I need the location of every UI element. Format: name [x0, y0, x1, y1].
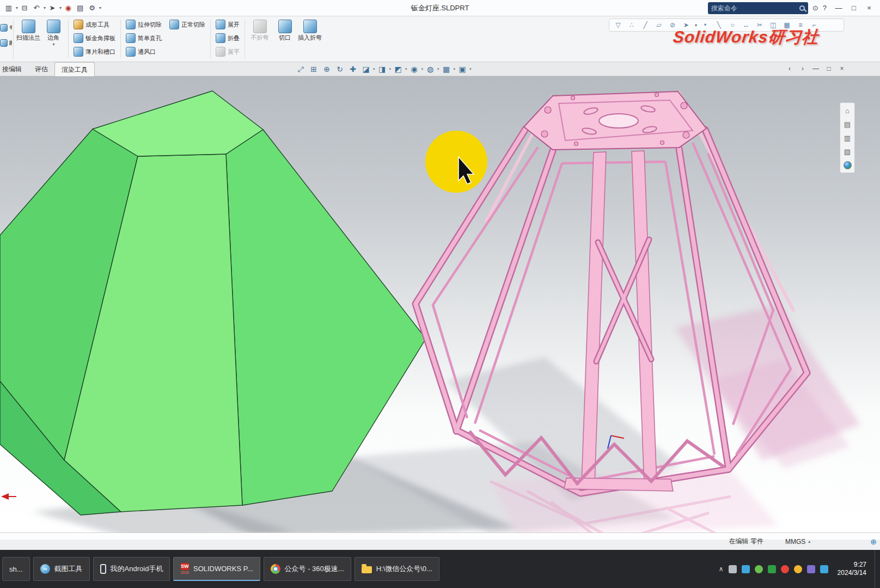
unfold-button[interactable]: 展开: [213, 17, 242, 31]
units-selector[interactable]: MMGS ▴: [785, 538, 810, 546]
chevron-down-icon[interactable]: ▾: [469, 67, 472, 71]
tray-icon[interactable]: [742, 565, 750, 573]
filter-faces-icon[interactable]: ▱: [653, 20, 664, 30]
pane-left-icon[interactable]: ‹: [784, 63, 796, 75]
filter-vertices-icon[interactable]: ∴: [626, 20, 637, 30]
ribbon-divider: [245, 20, 245, 58]
chevron-down-icon[interactable]: ▾: [99, 5, 101, 10]
tray-icon[interactable]: [781, 565, 789, 573]
cut-button-bend[interactable]: 弯: [0, 22, 12, 34]
hide-show-items-icon[interactable]: ◉: [408, 63, 421, 75]
maximize-button[interactable]: □: [846, 2, 861, 15]
command-search-input[interactable]: [711, 4, 796, 12]
close-doc-icon[interactable]: ×: [836, 63, 848, 75]
flatten-button[interactable]: 展平: [213, 45, 242, 58]
user-account-icon[interactable]: ⊙: [812, 4, 818, 12]
settings-gear-icon[interactable]: ⚙: [87, 2, 97, 14]
tab-and-slot-button[interactable]: 薄片和槽口: [71, 45, 118, 58]
apply-scene-icon[interactable]: ▦: [440, 63, 453, 75]
forming-tool-button[interactable]: 成形工具: [71, 17, 118, 31]
tray-chevron-icon[interactable]: ∧: [719, 565, 724, 573]
tray-icon[interactable]: [755, 565, 763, 573]
chevron-down-icon[interactable]: ▾: [437, 67, 439, 71]
filter-edges-icon[interactable]: ╱: [640, 20, 651, 30]
button-label: 折叠: [228, 35, 240, 41]
rip-button[interactable]: 切口: [272, 17, 297, 60]
chevron-down-icon[interactable]: ▾: [44, 5, 46, 10]
extruded-cut-button[interactable]: 拉伸切除: [123, 17, 164, 31]
search-icon[interactable]: [799, 5, 805, 11]
cut-button-break[interactable]: 断: [0, 37, 12, 49]
tab-edit[interactable]: 接编辑: [0, 62, 28, 76]
taskbar-item-browser[interactable]: 公众号 - 360极速...: [264, 557, 351, 581]
resources-home-icon[interactable]: ⌂: [841, 105, 853, 117]
pane-right-icon[interactable]: ›: [797, 63, 809, 75]
chevron-down-icon[interactable]: ▾: [389, 67, 392, 71]
normal-cut-button[interactable]: 正常切除: [167, 17, 208, 31]
green-model[interactable]: [0, 91, 426, 515]
taskbar-item-folder[interactable]: H:\微信公众号\0...: [355, 557, 439, 581]
pan-icon[interactable]: ✚: [346, 63, 359, 75]
restore-doc-icon[interactable]: □: [823, 63, 835, 75]
command-search-box[interactable]: [708, 2, 808, 14]
minimize-doc-icon[interactable]: —: [810, 63, 822, 75]
taskbar-item-android-phone[interactable]: 我的Android手机: [93, 557, 170, 581]
vent-button[interactable]: 通风口: [123, 45, 164, 58]
insert-bends-button[interactable]: 插入折弯: [297, 17, 322, 60]
zoom-fit-icon[interactable]: ⤢: [294, 63, 307, 75]
record-icon[interactable]: ◉: [63, 2, 74, 14]
minimize-button[interactable]: —: [831, 2, 846, 15]
view-palette-icon[interactable]: ▧: [841, 145, 853, 157]
appearances-icon[interactable]: [841, 159, 853, 171]
tray-icon[interactable]: [807, 565, 815, 573]
no-bends-button[interactable]: 不折弯: [247, 17, 272, 60]
section-view-icon[interactable]: ◪: [359, 63, 372, 75]
edit-appearance-icon[interactable]: ◍: [424, 63, 437, 75]
chevron-down-icon[interactable]: ▾: [454, 67, 456, 71]
help-icon[interactable]: ?: [823, 4, 827, 12]
tab-render-tools[interactable]: 渲染工具: [54, 62, 95, 76]
taskbar-item-solidworks[interactable]: SW 2019 SOLIDWORKS P...: [173, 557, 260, 581]
tray-icon[interactable]: [768, 565, 776, 573]
display-style-icon[interactable]: ◩: [392, 63, 405, 75]
corner-button[interactable]: 边角 ▾: [41, 17, 66, 60]
tray-icon[interactable]: [729, 565, 737, 573]
print-icon[interactable]: ⊟: [19, 2, 30, 14]
button-label: 展开: [228, 21, 240, 28]
view-orientation-icon[interactable]: ◨: [376, 63, 389, 75]
zoom-icon[interactable]: ⊕: [320, 63, 333, 75]
flatten-icon: [216, 47, 225, 57]
show-desktop-button[interactable]: [875, 550, 878, 588]
taskbar-item-cut[interactable]: sh...: [2, 557, 30, 581]
close-button[interactable]: ×: [861, 2, 877, 15]
tray-icon[interactable]: [794, 565, 802, 573]
chevron-down-icon[interactable]: ▾: [405, 67, 407, 71]
undo-icon[interactable]: ↶: [31, 2, 42, 14]
chevron-down-icon[interactable]: ▾: [373, 67, 375, 71]
simple-hole-button[interactable]: 简单直孔: [123, 31, 164, 45]
status-globe-icon[interactable]: ⊕: [870, 537, 877, 546]
notebook-icon[interactable]: ▤: [75, 2, 85, 14]
taskbar-clock[interactable]: 9:27 2024/3/14: [838, 561, 866, 577]
taskbar-item-snipping-tool[interactable]: ✂截图工具: [33, 557, 90, 581]
tab-strip: 接编辑 评估 渲染工具 ⤢ ⊞ ⊕ ↻ ✚ ◪ ▾ ◨ ▾ ◩ ▾ ◉ ▾ ◍ …: [0, 62, 880, 76]
tab-evaluate[interactable]: 评估: [28, 62, 54, 76]
view-settings-icon[interactable]: ▣: [456, 63, 469, 75]
zoom-area-icon[interactable]: ⊞: [307, 63, 320, 75]
rip-icon: [278, 20, 292, 33]
units-label: MMGS: [785, 538, 805, 546]
filter-funnel-icon[interactable]: ▽: [613, 20, 624, 30]
rotate-view-icon[interactable]: ↻: [333, 63, 346, 75]
design-library-icon[interactable]: ▤: [841, 118, 853, 130]
chevron-down-icon[interactable]: ▾: [16, 5, 18, 10]
sheet-metal-gusset-button[interactable]: 钣金角撑板: [71, 31, 118, 45]
open-doc-icon[interactable]: ▥: [3, 2, 14, 14]
chevron-down-icon[interactable]: ▾: [421, 67, 424, 71]
chevron-down-icon[interactable]: ▾: [59, 5, 62, 10]
swept-flange-button[interactable]: 扫描法兰: [16, 17, 41, 60]
file-explorer-icon[interactable]: ▥: [841, 132, 853, 144]
tray-icon[interactable]: [820, 565, 828, 573]
fold-button[interactable]: 折叠: [213, 31, 242, 45]
select-arrow-icon[interactable]: ➤: [47, 2, 58, 14]
graphics-area[interactable]: ⌂ ▤ ▥ ▧: [0, 76, 880, 532]
